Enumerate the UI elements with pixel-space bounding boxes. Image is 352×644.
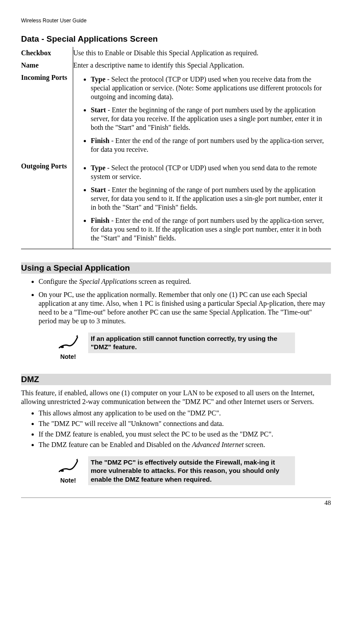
note-box: Note! The "DMZ PC" is effectively outsid… [56, 456, 331, 486]
note-caption: Note! [56, 353, 80, 361]
dmz-intro: This feature, if enabled, allows one (1)… [21, 389, 331, 406]
note-text: If an application still cannot function … [88, 333, 295, 353]
list-item: Start - Enter the beginning of the range… [91, 186, 327, 212]
row-label: Incoming Ports [21, 72, 73, 160]
row-desc: Use this to Enable or Disable this Speci… [73, 47, 331, 59]
list-item: The "DMZ PC" will receive all "Unknown" … [39, 419, 331, 428]
list-item: Finish - Enter the end of the range of p… [91, 136, 327, 154]
page-number: 48 [21, 497, 331, 507]
note-icon: Note! [56, 456, 80, 485]
note-text: The "DMZ PC" is effectively outside the … [88, 456, 295, 486]
table-row: Incoming Ports Type - Select the protoco… [21, 72, 331, 160]
using-heading: Using a Special Application [21, 262, 331, 274]
note-caption: Note! [56, 477, 80, 485]
row-desc: Type - Select the protocol (TCP or UDP) … [73, 160, 331, 249]
list-item: Configure the Special Applications scree… [39, 277, 331, 286]
list-item: Start - Enter the beginning of the range… [91, 106, 327, 132]
using-list: Configure the Special Applications scree… [21, 277, 331, 326]
dmz-list: This allows almost any application to be… [21, 409, 331, 449]
data-table: Checkbox Use this to Enable or Disable t… [21, 47, 331, 249]
svg-point-0 [60, 346, 64, 348]
table-row: Checkbox Use this to Enable or Disable t… [21, 47, 331, 59]
row-label: Outgoing Ports [21, 160, 73, 249]
table-row: Outgoing Ports Type - Select the protoco… [21, 160, 331, 249]
running-header: Wireless Router User Guide [21, 18, 331, 24]
svg-point-1 [60, 470, 64, 472]
list-item: This allows almost any application to be… [39, 409, 331, 418]
note-icon: Note! [56, 333, 80, 361]
row-desc: Enter a descriptive name to identify thi… [73, 59, 331, 72]
list-item: If the DMZ feature is enabled, you must … [39, 430, 331, 439]
list-item: Type - Select the protocol (TCP or UDP) … [91, 164, 327, 181]
list-item: Type - Select the protocol (TCP or UDP) … [91, 75, 327, 101]
row-desc: Type - Select the protocol (TCP or UDP) … [73, 72, 331, 160]
list-item: Finish - Enter the end of the range of p… [91, 216, 327, 243]
section-title: Data - Special Applications Screen [21, 34, 331, 44]
dmz-heading: DMZ [21, 374, 331, 385]
table-row: Name Enter a descriptive name to identif… [21, 59, 331, 72]
list-item: On your PC, use the application normally… [39, 290, 331, 326]
row-label: Name [21, 59, 73, 72]
list-item: The DMZ feature can be Enabled and Disab… [39, 440, 331, 449]
note-box: Note! If an application still cannot fun… [56, 333, 331, 361]
row-label: Checkbox [21, 47, 73, 59]
